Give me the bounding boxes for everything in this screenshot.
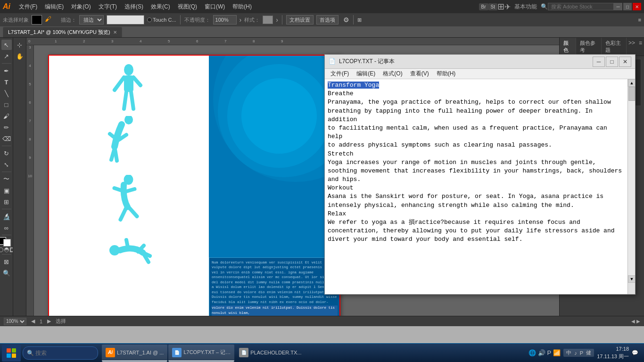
function-label[interactable]: 基本功能 [514, 3, 537, 11]
notepad-text-area[interactable]: Transform Yoga Breathe Pranayama, the yo… [325, 79, 627, 294]
panel-menu[interactable]: ≡ [638, 17, 641, 23]
eyedropper-tool[interactable]: 🔬 [1, 211, 12, 222]
ai-taskbar-icon: Ai [106, 348, 115, 357]
adobe-stock-search[interactable] [548, 3, 614, 10]
gradient-tool[interactable]: ▣ [1, 185, 12, 196]
np-menu-view[interactable]: 查看(V) [406, 69, 433, 79]
taskbar-app-placeholder[interactable]: 📄 PLACEHOLDER.TX... [235, 345, 305, 362]
notepad-menu: 文件(F) 编辑(E) 格式(O) 查看(V) 帮助(H) [325, 69, 635, 79]
menu-effect[interactable]: 效果(C) [147, 2, 174, 12]
type-tool[interactable]: T [1, 77, 12, 87]
opacity-arrow[interactable]: › [239, 16, 242, 24]
fill-color-swatch[interactable] [32, 15, 42, 25]
minimize-button[interactable]: ─ [614, 3, 622, 10]
bridge-icon[interactable]: Br [479, 3, 488, 10]
network-icon[interactable]: 📶 [553, 349, 561, 356]
page-nav-left[interactable]: ◀ [31, 318, 35, 324]
start-button[interactable] [2, 345, 21, 362]
app-window-controls: ─ □ ✕ [614, 3, 641, 10]
menu-object[interactable]: 对象(O) [67, 2, 94, 12]
close-button[interactable]: ✕ [633, 3, 641, 10]
color-circle[interactable] [0, 247, 3, 252]
color-theme-tab[interactable]: 色彩主题 [602, 38, 627, 56]
tray-icon-3[interactable]: P [547, 349, 552, 356]
notepad-scrollbar[interactable]: ▲ ▼ [627, 79, 635, 294]
doc-settings-btn[interactable]: 文档设置 [286, 15, 314, 25]
zoom-tool[interactable]: 🔍 [1, 268, 12, 278]
hand-tool[interactable]: ✋ [15, 51, 25, 61]
yoga-blue-panel: Num doloreeturn venisequam ver suscipisi… [209, 55, 340, 316]
rotate-tool[interactable]: ↻ [1, 148, 12, 158]
menu-view[interactable]: 视图(Q) [174, 2, 201, 12]
menu-select[interactable]: 选择(S) [121, 2, 147, 12]
menu-text[interactable]: 文字(T) [95, 2, 121, 12]
pen-tool[interactable]: ✒ [1, 66, 12, 76]
system-clock[interactable]: 17:18 17.11.13 周一 [597, 346, 629, 360]
blend-tool[interactable]: ∞ [1, 222, 12, 233]
style-swatch[interactable] [263, 16, 273, 24]
tray-icon-1[interactable]: 🌐 [528, 349, 536, 356]
preferences-btn[interactable]: 首选项 [316, 15, 339, 25]
notepad-body-text: Breathe Pranayama, the yoga practice of … [328, 90, 622, 243]
tab-close-button[interactable]: ✕ [113, 30, 117, 35]
color-tab[interactable]: 颜色 [560, 38, 576, 56]
scroll-thumb[interactable] [628, 87, 635, 101]
scroll-down-btn[interactable]: ▼ [628, 275, 635, 283]
paintbrush-tool[interactable]: 🖌 [1, 111, 12, 121]
artboard[interactable]: Num doloreeturn venisequam ver suscipisi… [48, 55, 340, 316]
arrange-icon[interactable]: ✈ [504, 2, 511, 11]
taskbar-app-illustrator[interactable]: Ai L7START_1.AI @ ... [102, 345, 167, 362]
line-tool[interactable]: ╲ [1, 88, 12, 99]
stroke-square[interactable] [3, 239, 11, 247]
np-menu-help[interactable]: 帮助(H) [433, 69, 460, 79]
color-guide-tab[interactable]: 颜色参考 [576, 38, 601, 56]
zoom-select[interactable]: 100% [4, 318, 26, 325]
stroke-select[interactable]: 描边 [79, 15, 104, 25]
options-icon[interactable]: ⚙ [343, 16, 349, 24]
scroll-track[interactable] [628, 87, 635, 275]
document-tab[interactable]: L7START_1.AI* @ 100% (CMYK/GPU 预览) ✕ [3, 27, 122, 37]
style-arrow[interactable]: › [276, 16, 278, 24]
panel-expand-icon[interactable]: >> [627, 38, 637, 56]
stock-icon[interactable]: St [488, 3, 497, 10]
scroll-up-btn[interactable]: ▲ [628, 79, 635, 87]
panel-options-icon[interactable]: ≡ [637, 38, 644, 56]
mesh-tool[interactable]: ⊞ [1, 197, 12, 207]
notepad-minimize-btn[interactable]: ─ [593, 57, 605, 67]
arrange-options[interactable]: ⊞ [357, 17, 362, 23]
color-mode-icons [0, 247, 13, 252]
taskbar-app-notepad[interactable]: 📄 L7COPY.TXT – 记… [168, 345, 234, 362]
menu-edit[interactable]: 编辑(E) [41, 2, 67, 12]
artboard-tool[interactable]: ⊠ [1, 256, 12, 267]
rect-tool[interactable]: □ [1, 99, 12, 110]
maximize-button[interactable]: □ [623, 3, 632, 10]
np-menu-file[interactable]: 文件(F) [327, 69, 353, 79]
opacity-input[interactable]: 100% [213, 15, 237, 25]
brush-tool-options[interactable]: 🖌 [45, 15, 58, 25]
menu-window[interactable]: 窗口(W) [201, 2, 229, 12]
direct-select-tool[interactable]: ↗ [1, 51, 12, 61]
eraser-tool[interactable]: ⌫ [1, 133, 12, 144]
select-tool[interactable]: ↖ [1, 40, 12, 50]
warp-tool[interactable]: 〜 [1, 174, 12, 184]
notepad-maximize-btn[interactable]: □ [606, 57, 618, 67]
grid-icon[interactable]: ⊞ [497, 1, 504, 12]
none-indicator[interactable] [10, 247, 14, 252]
taskbar-search-input[interactable] [23, 346, 98, 360]
menu-help[interactable]: 帮助(H) [229, 2, 256, 12]
pencil-tool[interactable]: ✏ [1, 122, 12, 132]
transform-tool[interactable]: ⊹ [15, 40, 25, 50]
gradient-circle[interactable] [4, 247, 9, 252]
tray-icon-2[interactable]: 🔊 [538, 349, 545, 356]
notepad-close-btn[interactable]: ✕ [619, 57, 631, 67]
np-menu-edit[interactable]: 编辑(E) [353, 69, 379, 79]
menu-file[interactable]: 文件(F) [15, 2, 41, 12]
notification-icon[interactable]: 💬 [632, 350, 638, 356]
scale-tool[interactable]: ⤡ [1, 159, 12, 170]
text-content-box[interactable]: Num doloreeturn venisequam ver suscipisi… [209, 257, 340, 316]
yoga-figure-4 [105, 236, 152, 275]
input-method-area[interactable]: 中 ♪ P 健 [563, 349, 594, 357]
ruler-origin: 0 [26, 39, 32, 43]
page-nav-right[interactable]: ▶ [47, 318, 51, 324]
np-menu-format[interactable]: 格式(O) [379, 69, 406, 79]
